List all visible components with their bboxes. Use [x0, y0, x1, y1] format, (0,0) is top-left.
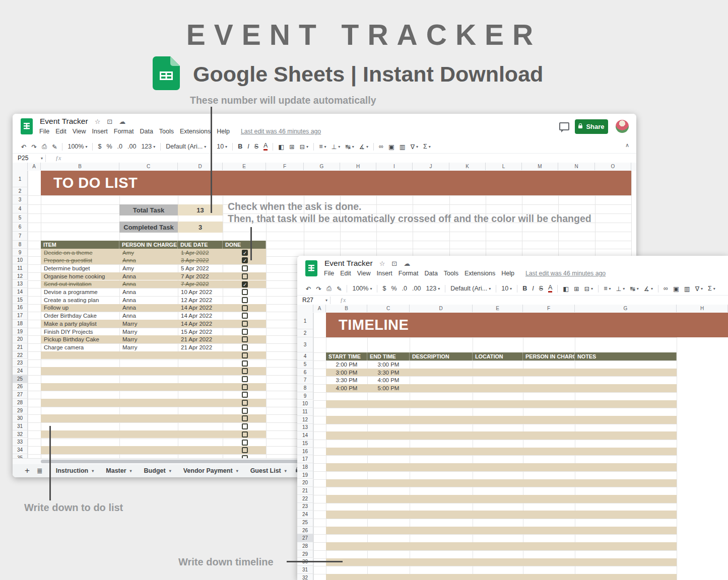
column-header-E[interactable]: E: [473, 305, 523, 312]
row-header-3[interactable]: 3: [297, 337, 313, 352]
todo-person-cell[interactable]: Anna: [119, 288, 178, 296]
row-header-24[interactable]: 24: [297, 511, 313, 519]
done-checkbox[interactable]: [242, 415, 248, 421]
text-color-icon[interactable]: A: [261, 142, 270, 151]
todo-person-cell[interactable]: Anna: [119, 272, 178, 280]
move-to-folder-icon[interactable]: ⊡: [107, 118, 112, 125]
todo-item-cell[interactable]: Charge camera: [41, 343, 119, 351]
table-row-empty[interactable]: [41, 414, 266, 422]
avatar[interactable]: [616, 120, 629, 133]
summary-value[interactable]: 3: [178, 222, 223, 233]
todo-due-cell[interactable]: 5 Apr 2022: [178, 264, 223, 272]
vertical-align-icon[interactable]: ⊥▾: [328, 143, 343, 151]
column-header-M[interactable]: M: [522, 163, 558, 170]
todo-item-cell[interactable]: Decide on a theme: [41, 249, 119, 257]
table-row-empty[interactable]: [41, 422, 266, 430]
menu-extensions[interactable]: Extensions: [177, 128, 214, 135]
row-header-32[interactable]: 32: [13, 430, 28, 439]
done-checkbox[interactable]: [242, 400, 248, 406]
menu-format[interactable]: Format: [395, 270, 422, 277]
filter-icon[interactable]: ∇▾: [408, 143, 421, 151]
menu-view[interactable]: View: [70, 128, 89, 135]
insert-comment-icon[interactable]: ▣: [671, 285, 682, 293]
timeline-row[interactable]: [326, 448, 677, 456]
sheet-tab-instruction[interactable]: Instruction▾: [50, 467, 100, 474]
column-header-B[interactable]: B: [326, 305, 367, 312]
horizontal-align-icon[interactable]: ≡▾: [316, 143, 328, 150]
todo-person-cell[interactable]: Anna: [119, 296, 178, 304]
todo-due-cell[interactable]: 14 Apr 2022: [178, 304, 223, 312]
table-row-empty[interactable]: [41, 367, 266, 375]
print-icon[interactable]: ⎙: [39, 143, 49, 151]
done-checkbox[interactable]: [242, 384, 248, 390]
timeline-row[interactable]: [326, 527, 677, 535]
row-header-22[interactable]: 22: [297, 495, 313, 503]
name-box-arrow-icon[interactable]: ▾: [41, 156, 43, 161]
last-edit-link[interactable]: Last edit was 46 minutes ago: [525, 270, 606, 277]
name-box[interactable]: P25: [13, 155, 41, 162]
row-header-9[interactable]: 9: [13, 249, 28, 257]
row-header-22[interactable]: 22: [13, 351, 28, 359]
done-checkbox[interactable]: [242, 447, 248, 453]
done-checkbox[interactable]: [242, 344, 248, 350]
sheet-banner[interactable]: TO DO LIST: [41, 171, 631, 195]
done-checkbox[interactable]: ✓: [242, 250, 248, 256]
todo-person-cell[interactable]: Anna: [119, 312, 178, 320]
row-header-25[interactable]: 25: [297, 519, 313, 527]
done-checkbox[interactable]: [242, 297, 248, 303]
filter-icon[interactable]: ∇▾: [693, 285, 705, 293]
row-header-2[interactable]: 2: [297, 329, 313, 337]
row-header-32[interactable]: 32: [297, 574, 313, 580]
star-icon[interactable]: ☆: [379, 260, 385, 267]
column-header-F[interactable]: F: [523, 305, 575, 312]
sheet-tab-vendor-payment[interactable]: Vendor Payment▾: [177, 467, 244, 474]
name-box[interactable]: R27: [297, 297, 325, 304]
merge-cells-icon[interactable]: ⊟▾: [297, 143, 311, 151]
column-header-C[interactable]: C: [119, 163, 178, 170]
menu-view[interactable]: View: [354, 270, 374, 277]
done-checkbox[interactable]: [242, 392, 248, 398]
row-header-25[interactable]: 25: [13, 375, 28, 383]
table-row[interactable]: Decide on a themeAmy1 Apr 2022✓: [41, 249, 266, 257]
tab-dropdown-arrow-icon[interactable]: ▾: [236, 469, 238, 473]
tab-dropdown-arrow-icon[interactable]: ▾: [130, 469, 132, 473]
table-row[interactable]: Make a party playlistMarry14 Apr 2022: [41, 320, 266, 328]
column-header-O[interactable]: O: [595, 163, 631, 170]
row-header-30[interactable]: 30: [13, 414, 28, 422]
row-header-17[interactable]: 17: [297, 455, 313, 463]
timeline-row[interactable]: [326, 416, 677, 424]
todo-due-cell[interactable]: 15 Apr 2022: [178, 328, 223, 336]
timeline-end-cell[interactable]: 4:00 PM: [367, 376, 410, 384]
todo-person-cell[interactable]: Amy: [119, 264, 178, 272]
timeline-start-cell[interactable]: 3:00 PM: [326, 369, 367, 377]
done-checkbox[interactable]: [242, 423, 248, 429]
undo-icon[interactable]: ↶: [303, 285, 313, 293]
row-header-10[interactable]: 10: [13, 256, 28, 264]
todo-due-cell[interactable]: 3 Apr 2022: [178, 256, 223, 264]
row-header-7[interactable]: 7: [13, 232, 28, 241]
done-checkbox[interactable]: [242, 376, 248, 382]
font-size-select[interactable]: 10▾: [214, 143, 230, 150]
row-header-12[interactable]: 12: [13, 272, 28, 280]
todo-item-cell[interactable]: Make a party playlist: [41, 320, 119, 328]
todo-item-cell[interactable]: Determine budget: [41, 264, 119, 272]
column-header-G[interactable]: G: [304, 163, 340, 170]
row-header-5[interactable]: 5: [297, 360, 313, 369]
column-header-L[interactable]: L: [486, 163, 522, 170]
row-header-2[interactable]: 2: [13, 187, 28, 195]
sheet-tab-budget[interactable]: Budget▾: [138, 467, 177, 474]
table-row-empty[interactable]: [41, 391, 266, 399]
row-header-23[interactable]: 23: [297, 503, 313, 511]
row-header-24[interactable]: 24: [13, 367, 28, 375]
column-header-J[interactable]: J: [413, 163, 449, 170]
italic-icon[interactable]: I: [245, 143, 251, 150]
done-checkbox[interactable]: [242, 265, 248, 271]
text-rotation-icon[interactable]: ∡▾: [357, 143, 371, 151]
done-checkbox[interactable]: ✓: [242, 281, 248, 287]
column-header-N[interactable]: N: [558, 163, 595, 170]
timeline-row[interactable]: [326, 431, 677, 440]
row-header-1[interactable]: 1: [13, 171, 28, 187]
table-row-empty[interactable]: [41, 407, 266, 415]
todo-due-cell[interactable]: 1 Apr 2022: [178, 249, 223, 257]
insert-chart-icon[interactable]: ▥: [682, 285, 693, 293]
